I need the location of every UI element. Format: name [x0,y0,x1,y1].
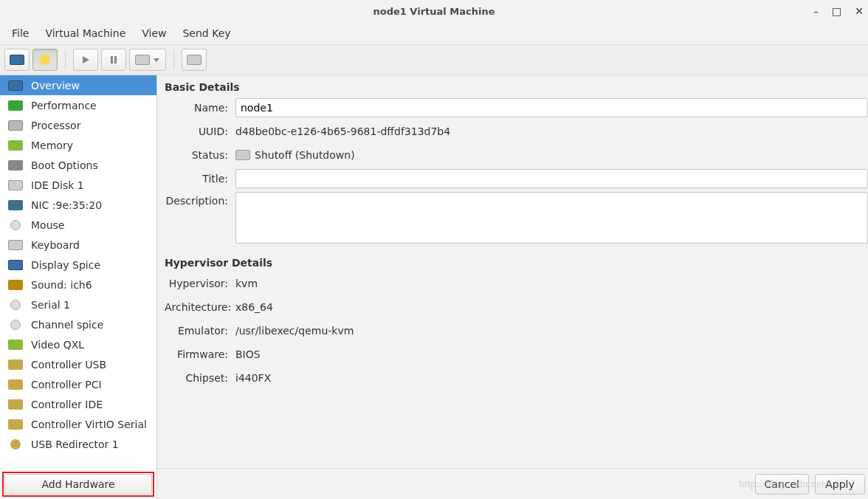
sidebar-item-memory[interactable]: Memory [0,135,156,155]
close-icon[interactable]: ✕ [855,5,864,17]
label-chipset: Chipset: [165,372,235,384]
apply-button[interactable]: Apply [815,474,865,495]
monitor-icon [10,55,24,65]
minimize-icon[interactable]: – [813,5,819,17]
label-emulator: Emulator: [165,325,235,337]
sidebar-item-label: Channel spice [31,319,103,331]
sq-vid-icon [7,338,24,351]
sidebar-item-nic-9e-35-20[interactable]: NIC :9e:35:20 [0,195,156,215]
sidebar-item-label: IDE Disk 1 [31,179,84,191]
sidebar-item-label: Performance [31,100,97,111]
status-icon [235,150,250,160]
sidebar-item-overview[interactable]: Overview [0,75,156,95]
sidebar-item-label: Overview [31,80,80,92]
sidebar-item-label: Video QXL [31,339,84,351]
add-hardware-button[interactable]: Add Hardware [4,474,152,495]
menu-view[interactable]: View [134,25,173,41]
sq-ser-icon [7,318,24,331]
cancel-button[interactable]: Cancel [755,474,809,495]
fullscreen-icon [187,55,202,65]
sq-mouse-icon [7,218,24,232]
sidebar-item-keyboard[interactable]: Keyboard [0,235,156,255]
value-firmware: BIOS [235,348,868,360]
section-hypervisor-details: Hypervisor Details [165,257,868,269]
sq-mon-icon [7,79,24,92]
sidebar-item-label: Sound: ich6 [31,279,92,291]
sidebar-item-channel-spice[interactable]: Channel spice [0,314,156,334]
sidebar-item-display-spice[interactable]: Display Spice [0,255,156,275]
value-hypervisor: kvm [235,278,868,289]
sidebar-item-controller-usb[interactable]: Controller USB [0,354,156,374]
menu-virtual-machine[interactable]: Virtual Machine [38,25,133,41]
label-hypervisor: Hypervisor: [165,278,235,289]
sq-ctrl-icon [7,398,24,411]
title-field[interactable] [235,169,868,188]
details-pane: Basic Details Name: UUID: d48be0bc-e126-… [157,75,868,499]
sidebar-item-mouse[interactable]: Mouse [0,215,156,235]
section-basic-details: Basic Details [165,81,868,93]
toolbar-separator [173,50,174,69]
sidebar-item-label: NIC :9e:35:20 [31,199,102,211]
toolbar-separator [65,50,66,69]
sidebar-item-performance[interactable]: Performance [0,95,156,115]
sidebar-item-label: Serial 1 [31,299,70,311]
sidebar: OverviewPerformanceProcessorMemoryBoot O… [0,75,157,499]
sidebar-item-sound-ich6[interactable]: Sound: ich6 [0,275,156,295]
toolbar [0,44,868,75]
sidebar-item-controller-virtio-serial[interactable]: Controller VirtIO Serial [0,414,156,434]
menu-file[interactable]: File [4,25,36,41]
description-field[interactable] [235,192,868,244]
sidebar-item-serial-1[interactable]: Serial 1 [0,295,156,314]
sq-ser-icon [7,298,24,312]
svg-rect-2 [114,56,117,63]
sidebar-item-usb-redirector-1[interactable]: USB Redirector 1 [0,434,156,454]
sidebar-item-label: Boot Options [31,159,98,171]
value-architecture: x86_64 [235,301,868,313]
sq-cpu-icon [7,119,24,132]
menubar: File Virtual Machine View Send Key [0,22,868,44]
sidebar-item-video-qxl[interactable]: Video QXL [0,334,156,354]
sidebar-item-controller-ide[interactable]: Controller IDE [0,394,156,414]
bulb-icon [40,55,50,65]
titlebar: node1 Virtual Machine – □ ✕ [0,0,868,22]
fullscreen-button[interactable] [182,49,207,71]
label-title: Title: [165,173,235,185]
sidebar-item-ide-disk-1[interactable]: IDE Disk 1 [0,175,156,195]
sq-kbd-icon [7,238,24,252]
sidebar-item-label: Keyboard [31,239,80,251]
footer: Cancel Apply [157,468,868,499]
sq-ctrl-icon [7,378,24,391]
shutdown-menu-button[interactable] [129,49,166,71]
window-title: node1 Virtual Machine [373,6,495,17]
pause-button[interactable] [101,49,126,71]
sq-ctrl-icon [7,358,24,371]
sidebar-item-label: Processor [31,120,80,131]
value-emulator: /usr/libexec/qemu-kvm [235,325,868,337]
power-icon [135,55,150,65]
details-button[interactable] [32,49,58,71]
label-name: Name: [165,102,235,114]
run-button[interactable] [73,49,98,71]
sidebar-item-controller-pci[interactable]: Controller PCI [0,374,156,394]
window-controls: – □ ✕ [813,5,864,17]
sq-nic-icon [7,199,24,212]
name-field[interactable] [235,98,868,117]
maximize-icon[interactable]: □ [832,5,841,17]
sidebar-item-label: Memory [31,140,73,151]
hardware-list[interactable]: OverviewPerformanceProcessorMemoryBoot O… [0,75,156,469]
svg-rect-1 [111,56,113,63]
sidebar-item-boot-options[interactable]: Boot Options [0,155,156,175]
label-firmware: Firmware: [165,348,235,360]
add-hardware-highlight: Add Hardware [2,472,154,497]
sidebar-item-processor[interactable]: Processor [0,115,156,135]
sq-ctrl-icon [7,418,24,431]
value-status: Shutoff (Shutdown) [255,149,355,161]
sq-usb-icon [7,438,24,451]
sq-mem-icon [7,139,24,152]
svg-marker-3 [154,58,159,62]
menu-send-key[interactable]: Send Key [175,25,238,41]
main-area: OverviewPerformanceProcessorMemoryBoot O… [0,75,868,499]
label-uuid: UUID: [165,125,235,137]
sidebar-item-label: USB Redirector 1 [31,438,119,450]
console-button[interactable] [4,49,30,71]
